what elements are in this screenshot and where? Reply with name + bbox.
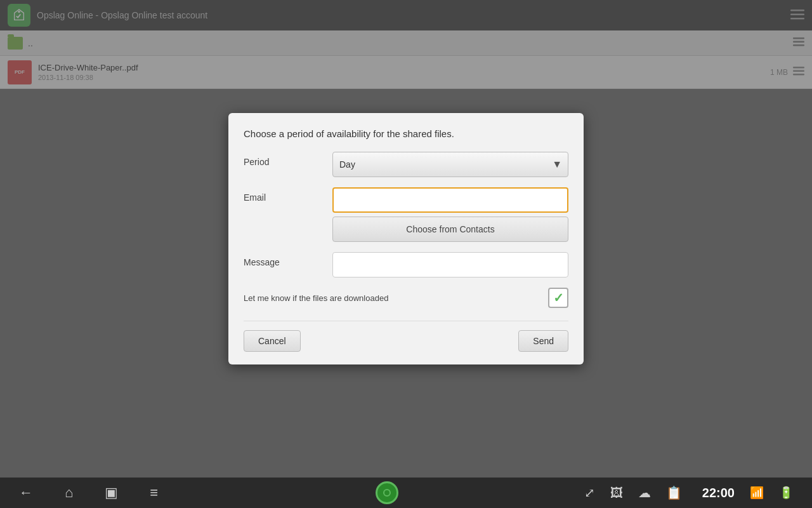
period-control: Hour Day Week Month Year ▼ [332, 152, 568, 177]
clipboard-icon[interactable]: 📋 [666, 485, 682, 500]
wifi-icon: 📶 [750, 486, 764, 500]
nav-center [190, 481, 584, 504]
send-button[interactable]: Send [518, 330, 568, 352]
notify-row: Let me know if the files are downloaded … [244, 288, 568, 308]
overlay: Choose a period of availability for the … [0, 0, 812, 478]
capture-button[interactable] [376, 481, 398, 504]
email-label: Email [244, 187, 332, 203]
clock: 22:00 [702, 486, 735, 500]
choose-contacts-button[interactable]: Choose from Contacts [332, 217, 568, 242]
battery-icon: 🔋 [779, 486, 793, 500]
recents-button[interactable]: ▣ [105, 485, 118, 501]
nav-right: ⤢ 🖼 ☁ 📋 22:00 📶 🔋 [584, 485, 793, 500]
cloud-icon[interactable]: ☁ [638, 485, 651, 500]
fullscreen-icon[interactable]: ⤢ [584, 485, 595, 500]
menu-button[interactable]: ≡ [150, 485, 158, 501]
message-label: Message [244, 252, 332, 267]
period-label: Period [244, 152, 332, 167]
message-row: Message [244, 252, 568, 277]
email-input[interactable] [332, 187, 568, 213]
message-control [332, 252, 568, 277]
period-row: Period Hour Day Week Month Year ▼ [244, 152, 568, 177]
dialog-buttons: Cancel Send [244, 321, 568, 352]
email-control: Choose from Contacts [332, 187, 568, 242]
home-button[interactable]: ⌂ [65, 485, 73, 501]
notify-label: Let me know if the files are downloaded [244, 293, 548, 303]
cancel-button[interactable]: Cancel [244, 330, 301, 352]
dialog-title: Choose a period of availability for the … [244, 128, 568, 139]
back-button[interactable]: ← [19, 485, 33, 501]
notify-checkbox[interactable]: ✓ [548, 288, 568, 308]
email-row: Email Choose from Contacts [244, 187, 568, 242]
gallery-icon[interactable]: 🖼 [610, 486, 623, 500]
capture-button-inner [383, 489, 391, 497]
checkmark-icon: ✓ [553, 290, 564, 305]
period-select-wrapper[interactable]: Hour Day Week Month Year ▼ [332, 152, 568, 177]
bottom-bar: ← ⌂ ▣ ≡ ⤢ 🖼 ☁ 📋 22:00 📶 🔋 [0, 478, 812, 508]
share-dialog: Choose a period of availability for the … [228, 113, 584, 364]
period-select[interactable]: Hour Day Week Month Year [332, 152, 568, 177]
message-input[interactable] [332, 252, 568, 277]
